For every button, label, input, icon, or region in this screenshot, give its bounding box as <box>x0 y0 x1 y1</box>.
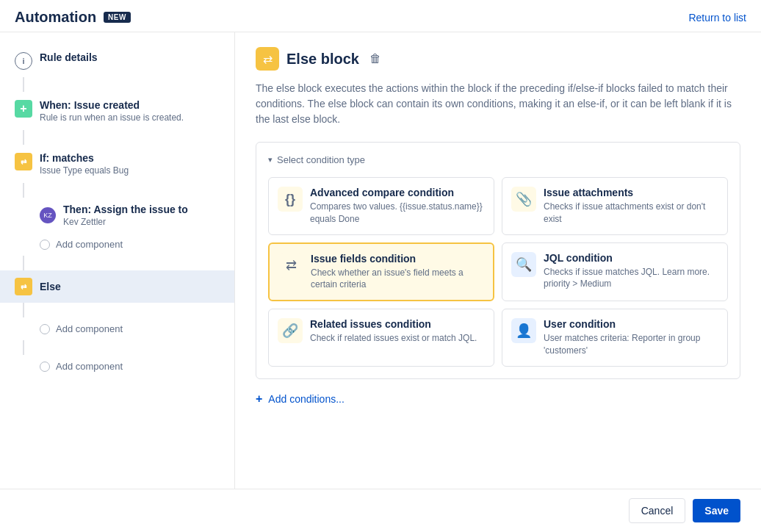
plus-icon: + <box>15 100 32 118</box>
condition-card-issue-fields[interactable]: ⇄ Issue fields condition Check whether a… <box>268 242 494 302</box>
sidebar-item-else[interactable]: ⇄ Else <box>0 270 234 303</box>
add-conditions-label: Add conditions... <box>268 393 345 405</box>
if-title: If: matches <box>40 152 220 164</box>
condition-selector-label: Select condition type <box>277 154 365 165</box>
app-title-text: Automation <box>15 9 96 26</box>
connector4 <box>23 256 24 270</box>
sidebar-item-then[interactable]: KZ Then: Assign the issue to Kev Zettler <box>0 198 234 233</box>
condition-grid: {} Advanced compare condition Compares t… <box>268 177 728 367</box>
sidebar-item-when[interactable]: + When: Issue created Rule is run when a… <box>0 92 234 130</box>
user-condition-title: User condition <box>544 318 718 330</box>
user-condition-desc: User matches criteria: Reporter in group… <box>544 332 718 357</box>
related-issues-title: Related issues condition <box>310 318 477 330</box>
add-component-label-3: Add component <box>56 361 123 372</box>
issue-fields-title: Issue fields condition <box>311 253 484 265</box>
if-subtitle: Issue Type equals Bug <box>40 165 220 176</box>
save-button[interactable]: Save <box>693 499 740 522</box>
then-title: Then: Assign the issue to <box>63 204 220 215</box>
issue-attachments-desc: Checks if issue attachments exist or don… <box>544 201 718 226</box>
add-component-row-3[interactable]: Add component <box>0 355 234 378</box>
jql-title: JQL condition <box>544 252 718 264</box>
connector <box>23 77 24 92</box>
add-component-row-2[interactable]: Add component <box>0 317 234 340</box>
when-title: When: Issue created <box>40 99 220 111</box>
if-icon: ⇄ <box>15 153 32 170</box>
add-component-circle-3 <box>40 362 50 372</box>
content-panel: ⇄ Else block 🗑 The else block executes t… <box>235 32 761 489</box>
trash-icon[interactable]: 🗑 <box>369 52 381 65</box>
info-icon: i <box>15 52 32 70</box>
sidebar-item-rule-details[interactable]: i Rule details <box>0 44 234 77</box>
issue-attachments-icon: 📎 <box>511 187 536 212</box>
block-header: ⇄ Else block 🗑 <box>256 47 740 71</box>
add-component-row-1[interactable]: Add component <box>0 233 234 256</box>
new-badge: NEW <box>104 12 131 23</box>
condition-card-user[interactable]: 👤 User condition User matches criteria: … <box>502 309 728 367</box>
connector5 <box>23 303 24 317</box>
chevron-down-icon: ▾ <box>268 155 273 165</box>
advanced-compare-desc: Compares two values. {{issue.status.name… <box>310 201 485 226</box>
connector6 <box>23 340 24 355</box>
sidebar: i Rule details + When: Issue created Rul… <box>0 32 235 489</box>
condition-selector-header[interactable]: ▾ Select condition type <box>268 154 728 165</box>
jql-icon: 🔍 <box>511 252 536 277</box>
add-conditions-row[interactable]: + Add conditions... <box>256 392 740 406</box>
condition-card-related-issues[interactable]: 🔗 Related issues condition Check if rela… <box>268 309 494 367</box>
block-icon: ⇄ <box>256 47 279 71</box>
issue-fields-icon: ⇄ <box>278 253 303 278</box>
app-title: Automation NEW <box>15 9 131 26</box>
advanced-compare-title: Advanced compare condition <box>310 187 485 198</box>
cancel-button[interactable]: Cancel <box>629 498 686 523</box>
bottom-bar: Cancel Save <box>0 489 761 532</box>
add-component-label-1: Add component <box>56 239 123 250</box>
block-description: The else block executes the actions with… <box>256 81 740 127</box>
add-component-circle-2 <box>40 324 50 334</box>
connector3 <box>23 183 24 198</box>
plus-icon: + <box>256 392 262 406</box>
condition-selector: ▾ Select condition type {} Advanced comp… <box>256 142 740 379</box>
then-assignee: Kev Zettler <box>63 217 220 227</box>
add-component-label-2: Add component <box>56 323 123 334</box>
user-condition-icon: 👤 <box>511 318 536 343</box>
advanced-compare-icon: {} <box>278 187 303 212</box>
avatar: KZ <box>40 207 56 223</box>
block-title: Else block <box>286 51 359 68</box>
sidebar-item-if[interactable]: ⇄ If: matches Issue Type equals Bug <box>0 145 234 183</box>
related-issues-icon: 🔗 <box>278 318 303 343</box>
issue-attachments-title: Issue attachments <box>544 187 718 198</box>
add-component-circle <box>40 240 50 250</box>
issue-fields-desc: Check whether an issue's field meets a c… <box>311 267 484 292</box>
else-icon: ⇄ <box>15 278 32 295</box>
related-issues-desc: Check if related issues exist or match J… <box>310 332 477 345</box>
condition-card-jql[interactable]: 🔍 JQL condition Checks if issue matches … <box>502 242 728 302</box>
jql-desc: Checks if issue matches JQL. Learn more.… <box>544 266 718 291</box>
return-to-list-link[interactable]: Return to list <box>688 12 746 24</box>
condition-card-issue-attachments[interactable]: 📎 Issue attachments Checks if issue atta… <box>502 177 728 235</box>
else-label: Else <box>40 281 61 292</box>
connector2 <box>23 130 24 145</box>
condition-card-advanced-compare[interactable]: {} Advanced compare condition Compares t… <box>268 177 494 235</box>
when-subtitle: Rule is run when an issue is created. <box>40 112 220 123</box>
rule-details-label: Rule details <box>40 51 220 63</box>
